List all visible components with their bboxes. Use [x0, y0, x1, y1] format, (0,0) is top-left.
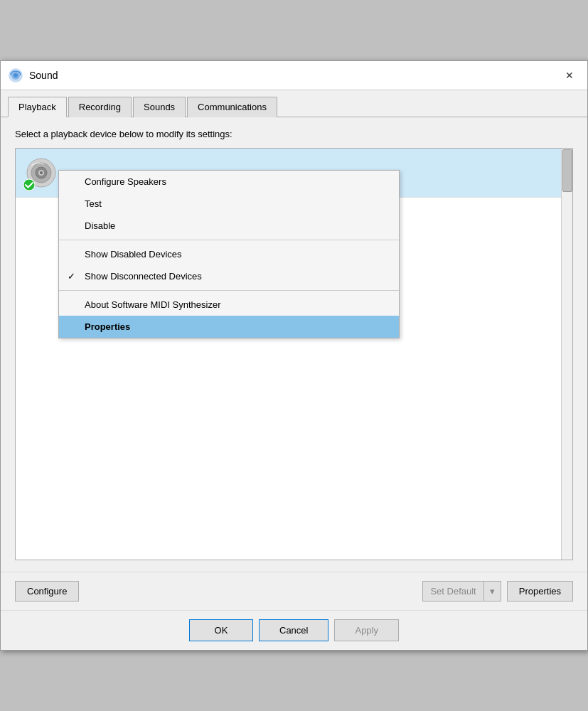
context-menu-separator-2	[59, 290, 399, 291]
context-menu-show-disabled[interactable]: Show Disabled Devices	[59, 243, 399, 265]
context-menu-show-disconnected[interactable]: Show Disconnected Devices	[59, 265, 399, 287]
properties-button[interactable]: Properties	[507, 581, 573, 602]
window-title: Sound	[29, 70, 559, 81]
context-menu-about-midi[interactable]: About Software MIDI Synthesizer	[59, 294, 399, 316]
configure-button-group: Configure	[15, 581, 79, 602]
description-text: Select a playback device below to modify…	[15, 129, 573, 139]
main-content: Select a playback device below to modify…	[1, 117, 587, 572]
default-properties-group: Set Default ▾ Properties	[422, 581, 573, 602]
tab-playback[interactable]: Playback	[8, 97, 67, 117]
context-menu-disable[interactable]: Disable	[59, 215, 399, 237]
set-default-dropdown-button[interactable]: ▾	[483, 581, 501, 602]
tab-communications[interactable]: Communications	[187, 97, 277, 117]
scrollbar-thumb	[562, 149, 572, 192]
ok-button[interactable]: OK	[189, 619, 253, 641]
context-menu-test[interactable]: Test	[59, 193, 399, 215]
configure-button[interactable]: Configure	[15, 581, 79, 602]
tab-recording[interactable]: Recording	[68, 97, 132, 117]
title-bar: Sound ✕	[1, 61, 587, 90]
sound-dialog: Sound ✕ Playback Recording Sounds Commun…	[0, 60, 588, 651]
set-default-button-group: Set Default ▾	[422, 581, 501, 602]
dialog-footer: OK Cancel Apply	[1, 610, 587, 650]
set-default-button[interactable]: Set Default	[422, 581, 483, 602]
scrollbar[interactable]	[561, 149, 572, 560]
close-button[interactable]: ✕	[559, 67, 580, 84]
context-menu-separator-1	[59, 240, 399, 240]
context-menu-configure-speakers[interactable]: Configure Speakers	[59, 171, 399, 193]
bottom-action-buttons: Configure Set Default ▾ Properties	[1, 572, 587, 610]
svg-point-2	[14, 73, 18, 77]
sound-window-icon	[8, 68, 23, 83]
apply-button[interactable]: Apply	[334, 619, 399, 641]
tabs-bar: Playback Recording Sounds Communications	[1, 90, 587, 117]
context-menu: Configure Speakers Test Disable Show Dis…	[58, 170, 400, 338]
tab-sounds[interactable]: Sounds	[133, 97, 186, 117]
cancel-button[interactable]: Cancel	[259, 619, 328, 641]
svg-point-7	[40, 171, 43, 174]
speaker-device-icon	[24, 156, 58, 190]
device-list-container: Speakers Configure Speakers Test Disable…	[15, 148, 573, 560]
context-menu-properties[interactable]: Properties	[59, 316, 399, 338]
